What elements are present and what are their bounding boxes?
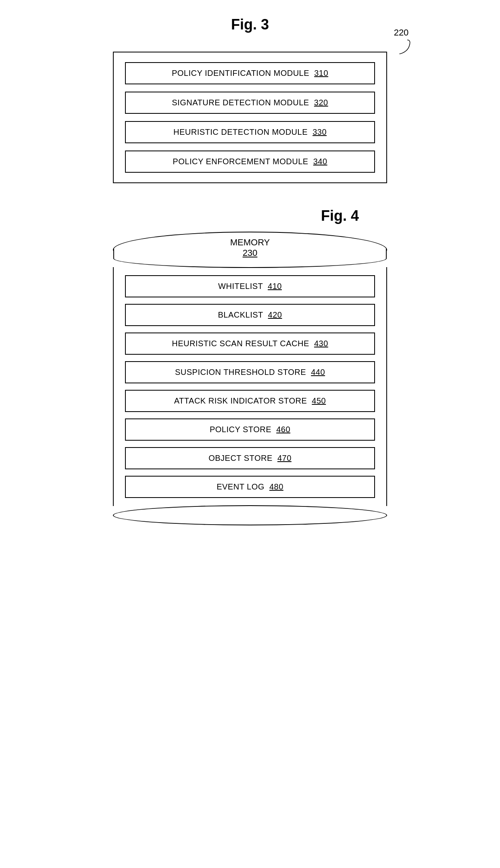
memory-label: MEMORY xyxy=(230,237,270,248)
store-ref-420: 420 xyxy=(268,310,282,319)
store-box-480: EVENT LOG 480 xyxy=(125,476,375,498)
cylinder-body: WHITELIST 410 BLACKLIST 420 HEURISTIC SC… xyxy=(113,267,387,506)
store-box-430: HEURISTIC SCAN RESULT CACHE 430 xyxy=(125,333,375,355)
store-ref-440: 440 xyxy=(311,368,325,376)
store-label-460: POLICY STORE xyxy=(210,425,271,434)
module-ref-340: 340 xyxy=(313,157,327,166)
store-label-440: SUSPICION THRESHOLD STORE xyxy=(175,368,306,376)
fig3-section: Fig. 3 220 POLICY IDENTIFICATION MODULE … xyxy=(40,16,460,183)
module-ref-330: 330 xyxy=(312,128,327,136)
memory-ref: 230 xyxy=(230,248,270,258)
module-label-310: POLICY IDENTIFICATION MODULE xyxy=(172,69,309,77)
store-box-440: SUSPICION THRESHOLD STORE 440 xyxy=(125,361,375,383)
module-box-310: POLICY IDENTIFICATION MODULE 310 xyxy=(125,62,375,84)
ref-arrow-icon xyxy=(391,38,411,54)
cylinder-top: MEMORY 230 xyxy=(113,232,387,268)
module-ref-310: 310 xyxy=(314,69,328,77)
fig4-title: Fig. 4 xyxy=(321,207,359,224)
fig3-outer-ref: 220 xyxy=(394,27,409,38)
fig3-title: Fig. 3 xyxy=(231,16,269,33)
cylinder-bottom xyxy=(113,505,387,525)
fig4-section: Fig. 4 MEMORY 230 WHITELIST 410 BLACKLIS… xyxy=(40,207,460,525)
module-box-340: POLICY ENFORCEMENT MODULE 340 xyxy=(125,151,375,173)
cylinder-memory: MEMORY 230 WHITELIST 410 BLACKLIST 420 H… xyxy=(113,232,387,525)
store-label-450: ATTACK RISK INDICATOR STORE xyxy=(174,396,307,405)
store-ref-460: 460 xyxy=(276,425,290,434)
fig3-outer-box: POLICY IDENTIFICATION MODULE 310 SIGNATU… xyxy=(113,52,387,183)
module-ref-320: 320 xyxy=(314,98,328,107)
store-label-480: EVENT LOG xyxy=(217,482,265,491)
module-label-320: SIGNATURE DETECTION MODULE xyxy=(172,98,309,107)
store-ref-430: 430 xyxy=(314,339,328,348)
store-label-470: OBJECT STORE xyxy=(208,454,273,462)
store-box-420: BLACKLIST 420 xyxy=(125,304,375,326)
module-box-330: HEURISTIC DETECTION MODULE 330 xyxy=(125,121,375,143)
module-box-320: SIGNATURE DETECTION MODULE 320 xyxy=(125,92,375,114)
store-ref-470: 470 xyxy=(277,454,292,462)
module-label-330: HEURISTIC DETECTION MODULE xyxy=(173,128,308,136)
store-ref-450: 450 xyxy=(312,396,326,405)
store-ref-480: 480 xyxy=(269,482,283,491)
store-box-460: POLICY STORE 460 xyxy=(125,418,375,441)
store-box-450: ATTACK RISK INDICATOR STORE 450 xyxy=(125,390,375,412)
page-container: Fig. 3 220 POLICY IDENTIFICATION MODULE … xyxy=(0,0,500,542)
module-label-340: POLICY ENFORCEMENT MODULE xyxy=(173,157,308,166)
store-label-410: WHITELIST xyxy=(218,282,263,291)
store-ref-410: 410 xyxy=(268,282,282,291)
store-label-430: HEURISTIC SCAN RESULT CACHE xyxy=(172,339,309,348)
store-box-410: WHITELIST 410 xyxy=(125,275,375,297)
store-label-420: BLACKLIST xyxy=(218,310,263,319)
store-box-470: OBJECT STORE 470 xyxy=(125,447,375,469)
